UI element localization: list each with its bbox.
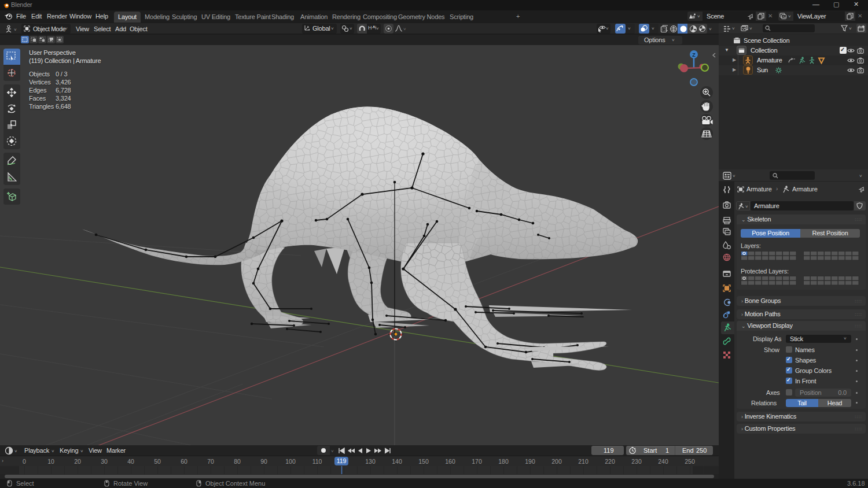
svg-text:Z: Z bbox=[692, 52, 696, 58]
